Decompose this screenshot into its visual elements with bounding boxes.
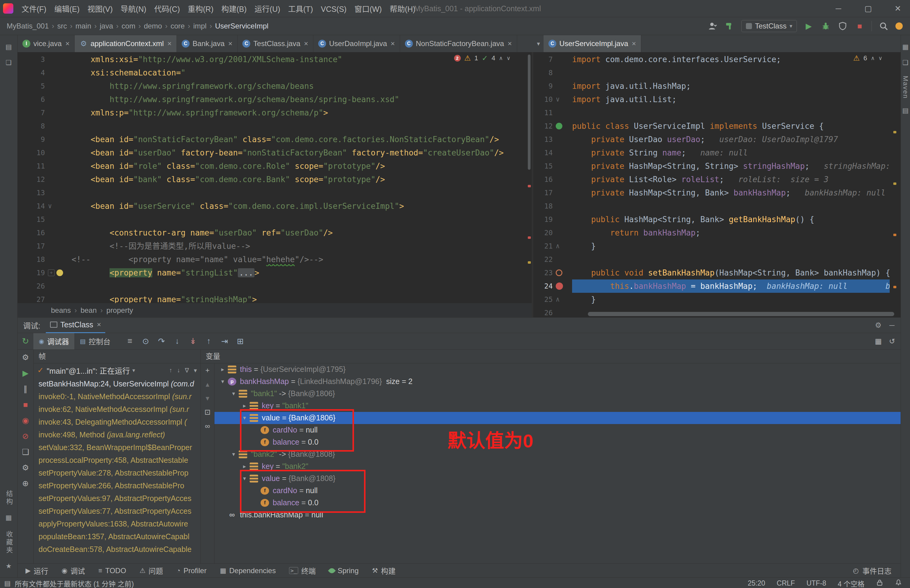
breadcrumb-item[interactable]: MyBatis_001 — [6, 22, 49, 30]
close-session-icon[interactable]: × — [97, 320, 101, 329]
tab-close-icon[interactable]: × — [391, 39, 395, 48]
variable-row[interactable]: ▸key = "bank1" — [214, 400, 900, 412]
run-toolwindow-button[interactable]: ▶运行 — [26, 565, 48, 576]
next-frame-icon[interactable]: ↓ — [177, 367, 180, 374]
rerun-debug-icon[interactable]: ↻ — [18, 336, 33, 346]
tab-close-icon[interactable]: × — [65, 39, 70, 48]
prev-error-icon[interactable]: ∧ — [499, 55, 503, 61]
favorites-star-icon[interactable]: ★ — [6, 562, 12, 570]
update-notification-icon[interactable] — [895, 23, 903, 30]
build-hammer-icon[interactable] — [724, 21, 735, 31]
stack-frame[interactable]: setPropertyValues:97, AbstractPropertyAc… — [34, 492, 201, 505]
editor-tab[interactable]: CUserDaoImpl.java× — [313, 35, 400, 52]
tree-expander-icon[interactable]: ▸ — [217, 366, 228, 373]
java-editor[interactable]: 7import com.demo.core.interfaces.UserSer… — [533, 52, 900, 317]
tree-expander-icon[interactable]: ▸ — [239, 402, 249, 409]
tree-expander-icon[interactable]: ▾ — [217, 378, 228, 385]
file-encoding[interactable]: UTF-8 — [806, 579, 826, 587]
menu-item[interactable]: 导航(N) — [117, 3, 151, 15]
breadcrumb-item[interactable]: main — [76, 22, 91, 30]
debug-toolwindow-button[interactable]: ◉调试 — [62, 565, 85, 576]
xml-breadcrumb-item[interactable]: property — [107, 306, 133, 315]
todo-toolwindow-button[interactable]: ≡TODO — [98, 567, 126, 575]
editor-tab[interactable]: ⚙applicationContext.xml× — [74, 35, 176, 52]
project-tool-icon[interactable]: ▤ — [5, 43, 12, 51]
tree-expander-icon[interactable]: ▾ — [239, 414, 249, 421]
breadcrumb-item[interactable]: com — [121, 22, 135, 30]
debug-session-tab[interactable]: TestClass × — [46, 317, 105, 333]
user-profile-icon[interactable] — [708, 21, 718, 31]
stack-frame[interactable]: setPropertyValue:266, AbstractNestablePr… — [34, 479, 201, 492]
tab-close-icon[interactable]: × — [167, 39, 172, 48]
restore-layout-icon[interactable]: ↺ — [889, 337, 895, 346]
horizontal-scrollbar[interactable] — [588, 312, 894, 316]
editor-tab[interactable]: CBank.java× — [177, 35, 238, 52]
menu-item[interactable]: 文件(F) — [18, 3, 50, 15]
show-watches-icon[interactable]: ∞ — [201, 419, 214, 433]
menu-item[interactable]: 窗口(W) — [350, 3, 385, 15]
tab-close-icon[interactable]: × — [304, 39, 308, 48]
add-watch-icon[interactable]: + — [201, 363, 214, 377]
problems-toolwindow-button[interactable]: ⚠问题 — [139, 565, 163, 576]
resume-icon[interactable]: ▶ — [18, 365, 33, 381]
edit-configuration-icon[interactable]: ⚙ — [18, 350, 33, 365]
thread-dump-icon[interactable]: ❏ — [18, 444, 33, 460]
profiler-toolwindow-button[interactable]: ◔Profiler — [176, 567, 207, 575]
stack-frame[interactable]: setPropertyValues:77, AbstractPropertyAc… — [34, 505, 201, 517]
run-button[interactable]: ▶ — [803, 21, 814, 31]
show-execution-point-icon[interactable]: ⊙ — [138, 334, 154, 348]
pin-tab-icon[interactable]: ⊕ — [18, 476, 33, 492]
stack-frame[interactable]: applyPropertyValues:1638, AbstractAutowi… — [34, 517, 201, 530]
scroll-up-icon[interactable]: ▴ — [201, 377, 214, 391]
variable-row[interactable]: fbalance = 0.0 — [214, 436, 900, 448]
toolwindow-toggle-icon[interactable]: ▤ — [4, 580, 11, 587]
menu-item[interactable]: 构建(B) — [217, 3, 251, 15]
breakpoint-icon[interactable] — [556, 283, 563, 290]
copy-value-icon[interactable]: ⊡ — [201, 405, 214, 419]
minimize-button[interactable]: ─ — [832, 4, 844, 13]
evaluate-expression-icon[interactable]: ⊞ — [232, 334, 248, 348]
maximize-button[interactable]: ▢ — [862, 4, 874, 13]
variable-row[interactable]: ▸key = "bank2" — [214, 460, 900, 473]
file-manager-tool-icon[interactable]: ❏ — [6, 59, 12, 67]
run-configuration-select[interactable]: TestClass ▾ — [742, 20, 797, 32]
step-into-icon[interactable]: ↓ — [169, 334, 185, 348]
variable-row[interactable]: ▾value = {Bank@1808} — [214, 473, 900, 485]
next-error-icon[interactable]: ∨ — [878, 55, 882, 61]
line-ending[interactable]: CRLF — [777, 579, 795, 587]
ant-tool-icon[interactable]: ▤ — [902, 107, 909, 115]
bookmark-stripe-mark[interactable] — [893, 286, 896, 288]
stack-frame[interactable]: setValue:332, BeanWrapperImpl$BeanProper — [34, 441, 201, 454]
step-out-icon[interactable]: ↑ — [201, 334, 217, 348]
stack-frame[interactable]: setPropertyValue:278, AbstractNestablePr… — [34, 467, 201, 479]
mute-breakpoints-icon[interactable]: ⊘ — [18, 428, 33, 444]
prev-frame-icon[interactable]: ↑ — [169, 367, 172, 374]
step-over-icon[interactable]: ↷ — [154, 334, 169, 348]
menu-item[interactable]: 工具(T) — [284, 3, 317, 15]
coverage-button[interactable] — [837, 21, 848, 31]
tab-close-icon[interactable]: × — [508, 39, 512, 48]
force-step-into-icon[interactable]: ↡ — [185, 334, 201, 348]
next-error-icon[interactable]: ∨ — [507, 55, 510, 61]
menu-item[interactable]: 代码(C) — [150, 3, 184, 15]
menu-item[interactable]: 重构(R) — [184, 3, 217, 15]
tree-expander-icon[interactable]: ▾ — [228, 390, 239, 397]
maven-tool-button[interactable]: Maven — [902, 76, 909, 99]
debug-button[interactable] — [821, 21, 831, 31]
warning-stripe-mark[interactable] — [893, 183, 896, 185]
filter-frames-icon[interactable]: ∇ — [185, 367, 189, 374]
variable-row[interactable]: ▸this = {UserServiceImpl@1795} — [214, 363, 900, 376]
editor-tab[interactable]: CTestClass.java× — [238, 35, 313, 52]
stack-frame[interactable]: setBankHashMap:24, UserServiceImpl (com.… — [34, 377, 201, 390]
indent-setting[interactable]: 4 个空格 — [838, 578, 865, 588]
inspections-widget[interactable]: 2 ⚠ 1 ✓ 4 ∧ ∨ — [454, 54, 511, 63]
menu-item[interactable]: 运行(U) — [251, 3, 284, 15]
caret-position[interactable]: 25:20 — [748, 579, 765, 587]
xml-editor[interactable]: 3 xmlns:xsi="http://www.w3.org/2001/XMLS… — [18, 52, 532, 317]
breadcrumb-item[interactable]: src — [57, 22, 67, 30]
error-stripe-mark[interactable] — [528, 185, 531, 187]
spring-toolwindow-button[interactable]: Spring — [329, 567, 359, 575]
debug-settings-icon[interactable]: ⚙ — [18, 460, 33, 476]
variable-row[interactable]: ▾"bank1" -> {Bank@1806} — [214, 388, 900, 400]
stop-button[interactable]: ■ — [855, 21, 865, 31]
